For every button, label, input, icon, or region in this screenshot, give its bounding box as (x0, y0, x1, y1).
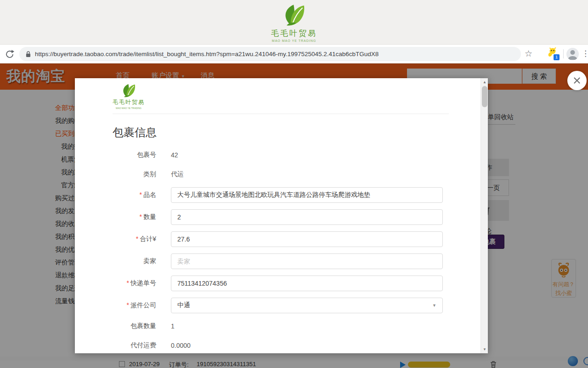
brand-logo: 毛毛叶贸易 MAO MAO YE TRADING (271, 3, 317, 42)
category-value: 代运 (171, 170, 184, 178)
modal-title: 包裹信息 (113, 125, 449, 140)
browser-toolbar: https://buyertrade.taobao.com/trade/item… (0, 45, 588, 63)
extension-badge: 1 (554, 54, 560, 60)
field-row-category: 类别 代运 (113, 165, 449, 184)
field-row-quantity: *数量 (113, 206, 449, 228)
field-row-total: *合计¥ (113, 228, 449, 250)
reload-icon[interactable] (5, 49, 15, 59)
page-viewport: 我的淘宝 首页 账户设置▼ 消息 搜 索 全部功能 我的购物车 已买到的宝贝 我… (0, 63, 588, 368)
total-amount-input[interactable] (171, 231, 443, 247)
required-marker: * (136, 235, 138, 242)
close-button[interactable] (567, 71, 587, 90)
bookmark-star-icon[interactable]: ☆ (525, 48, 532, 59)
field-label: *数量 (113, 213, 156, 221)
field-label: *品名 (113, 191, 156, 199)
tracking-number-input[interactable] (171, 276, 443, 291)
scroll-up-icon[interactable]: ▲ (481, 80, 488, 84)
wangwang-extension-icon[interactable]: 1 (547, 47, 559, 60)
brand-name-cn: 毛毛叶贸易 (113, 98, 145, 106)
profile-avatar[interactable] (566, 48, 579, 60)
shipping-fee-value: 0.0000 (171, 342, 191, 349)
quantity-input[interactable] (171, 209, 443, 225)
product-name-input[interactable] (171, 187, 443, 203)
lock-icon (26, 51, 31, 58)
field-label: *快递单号 (113, 279, 156, 288)
leaf-logo-icon (121, 83, 136, 98)
field-row-package-id: 包裹号 42 (113, 145, 449, 165)
field-row-seller: 卖家 (113, 250, 449, 272)
scroll-down-icon[interactable]: ▼ (481, 347, 488, 351)
package-form: 包裹号 42 类别 代运 *品名 *数量 *合计¥ (113, 145, 449, 355)
modal-scrollbar[interactable]: ▲ ▼ (481, 78, 488, 353)
toolbar-divider (563, 49, 564, 58)
scrollbar-thumb[interactable] (482, 86, 487, 107)
required-marker: * (127, 301, 129, 309)
package-count-value: 1 (171, 322, 175, 330)
brand-name-en: MAO MAO YE TRADING (113, 107, 145, 109)
package-info-modal: 毛毛叶贸易 MAO MAO YE TRADING 包裹信息 包裹号 42 类别 … (75, 78, 488, 353)
url-bar[interactable]: https://buyertrade.taobao.com/trade/item… (19, 47, 521, 61)
field-label: 包裹号 (113, 151, 156, 159)
app-header: 毛毛叶贸易 MAO MAO YE TRADING (0, 0, 588, 45)
field-row-package-count: 包裹数量 1 (113, 316, 449, 336)
chevron-down-icon: ▼ (432, 303, 436, 308)
field-label: *派件公司 (113, 301, 156, 310)
browser-menu-icon[interactable]: ⋮ (582, 49, 588, 58)
carrier-select[interactable]: 中通 ▼ (171, 298, 443, 313)
modal-brand-logo: 毛毛叶贸易 MAO MAO YE TRADING (113, 83, 145, 109)
field-label: 类别 (113, 170, 156, 178)
brand-name-en: MAO MAO YE TRADING (271, 39, 317, 42)
carrier-selected-value: 中通 (177, 301, 190, 310)
required-marker: * (127, 279, 129, 287)
package-id-value: 42 (171, 151, 178, 159)
field-label: 代付运费 (113, 341, 156, 350)
url-text[interactable]: https://buyertrade.taobao.com/trade/item… (35, 51, 379, 58)
field-row-carrier: *派件公司 中通 ▼ (113, 294, 449, 316)
required-marker: * (140, 213, 142, 220)
field-row-tracking-number: *快递单号 (113, 272, 449, 294)
seller-input[interactable] (171, 253, 443, 269)
field-row-shipping-fee: 代付运费 0.0000 (113, 336, 449, 355)
close-icon (572, 76, 582, 85)
divider (113, 114, 449, 114)
leaf-logo-icon (282, 3, 306, 28)
field-row-product-name: *品名 (113, 184, 449, 206)
brand-name-cn: 毛毛叶贸易 (271, 28, 317, 39)
required-marker: * (140, 191, 142, 198)
field-label: *合计¥ (113, 235, 156, 243)
field-label: 包裹数量 (113, 322, 156, 330)
field-label: 卖家 (113, 257, 156, 265)
